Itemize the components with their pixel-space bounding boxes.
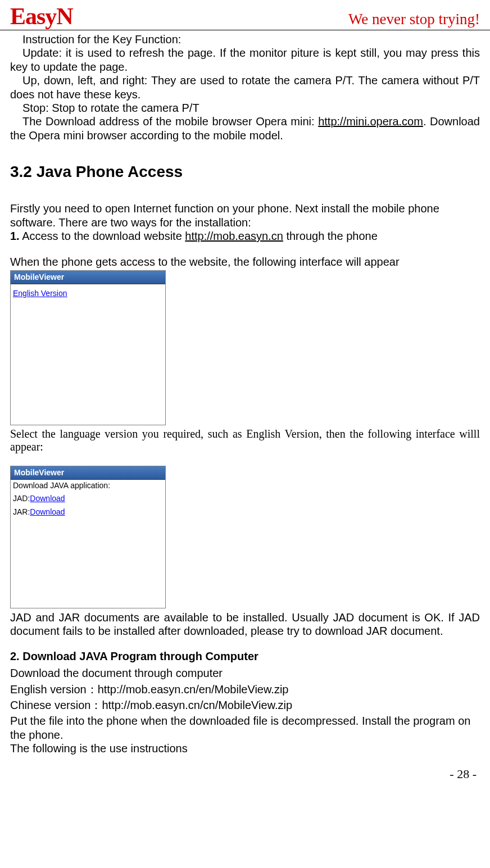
section-heading: 3.2 Java Phone Access	[10, 162, 480, 181]
opera-link[interactable]: http://mini.opera.com	[318, 115, 423, 128]
logo: EasyN	[10, 3, 73, 30]
intro-line-4: Stop: Stop to rotate the camera P/T	[10, 101, 480, 115]
sub-line-4: Put the file into the phone when the dow…	[10, 714, 480, 742]
page-content: Instruction for the Key Function: Update…	[0, 30, 490, 756]
section-para-2: When the phone gets access to the websit…	[10, 255, 480, 269]
section-para-1: Firstly you need to open Internet functi…	[10, 202, 480, 229]
jad-label: JAD:	[13, 494, 30, 503]
sub-line-5: The following is the use instructions	[10, 742, 480, 755]
sub-line-2: English version：http://mob.easyn.cn/en/M…	[10, 683, 480, 696]
page-footer: - 28 -	[0, 756, 490, 787]
section-item-1: 1. Access to the download website http:/…	[10, 229, 480, 243]
serif-para-1: Select the language version you required…	[10, 428, 480, 453]
download-java-label: Download JAVA application:	[13, 481, 163, 490]
para-3: JAD and JAR documents are available to b…	[10, 611, 480, 638]
intro-line-1: Instruction for the Key Function:	[10, 33, 480, 46]
intro-line-5: The Download address of the mobile brows…	[10, 115, 480, 142]
jar-download-link[interactable]: Download	[30, 507, 65, 516]
app-content-1: English Version	[11, 284, 165, 425]
sub-line-1: Download the document through computer	[10, 666, 480, 680]
app-titlebar-2: MobileViewer	[11, 466, 165, 480]
app-titlebar-1: MobileViewer	[11, 271, 165, 284]
jad-row: JAD:Download	[13, 490, 163, 504]
sub-line-3: Chinese version：http://mob.easyn.cn/cn/M…	[10, 698, 480, 712]
jar-label: JAR:	[13, 507, 30, 516]
screenshot-1: MobileViewer English Version	[10, 270, 166, 425]
page-number: - 28 -	[450, 767, 477, 781]
tagline: We never stop trying!	[348, 11, 480, 30]
download-website-link[interactable]: http://mob.easyn.cn	[185, 230, 283, 242]
screenshot-2: MobileViewer Download JAVA application: …	[10, 466, 166, 608]
page-header: EasyN We never stop trying!	[0, 0, 490, 30]
english-version-link[interactable]: English Version	[13, 289, 67, 298]
intro-line-3: Up, down, left, and right: They are used…	[10, 74, 480, 101]
app-content-2: Download JAVA application: JAD:Download …	[11, 480, 165, 608]
intro-line-2: Update: it is used to refresh the page. …	[10, 46, 480, 74]
jar-row: JAR:Download	[13, 504, 163, 517]
subsection-heading: 2. Download JAVA Program through Compute…	[10, 649, 480, 663]
jad-download-link[interactable]: Download	[30, 494, 65, 503]
